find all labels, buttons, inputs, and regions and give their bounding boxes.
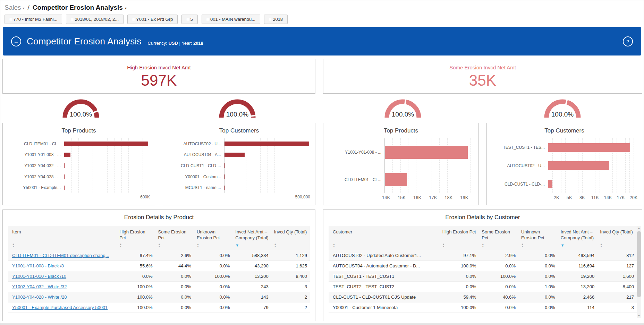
chart-bar[interactable] xyxy=(224,163,225,168)
column-header-item[interactable]: Item▲▼ xyxy=(8,226,117,250)
column-header-unknown-erosion-pct[interactable]: Unknown Erosion Pct▲▼ xyxy=(518,226,558,250)
chart-bar[interactable] xyxy=(224,153,245,157)
sort-icon[interactable]: ▲▼ xyxy=(274,243,307,248)
filter-chip[interactable]: = 5 xyxy=(181,15,197,24)
gauge-some-products[interactable]: 100.0% xyxy=(323,96,483,120)
column-header-unknown-erosion-pct[interactable]: Unknown Erosion Pct▲▼ xyxy=(194,226,232,250)
erosion-details-by-product-table: Erosion Details by ProductItem▲▼High Ero… xyxy=(2,209,315,321)
gauge-high-customers[interactable]: 100.0% xyxy=(159,96,315,120)
sort-icon[interactable]: ▲▼ xyxy=(12,243,114,248)
breadcrumb: Sales ▾ / Competitor Erosion Analysis ▾ xyxy=(0,0,644,11)
chart-bar[interactable] xyxy=(64,153,70,157)
sort-icon[interactable]: ▲▼ xyxy=(333,243,437,248)
item-cell: Y1001-Y01-008 - Black /8 xyxy=(8,261,117,271)
item-link[interactable]: Y1002-Y04-028 - White /28 xyxy=(12,294,67,300)
column-header-customer[interactable]: Customer▲▼ xyxy=(329,226,440,250)
column-header-some-erosion-pct[interactable]: Some Erosion Pct▲▼ xyxy=(155,226,194,250)
chart-category-label: CLD-CUST1 - CLD-... xyxy=(168,160,224,171)
customer-name-cell: TEST_CUST1 - TEST_CUST1 xyxy=(329,271,440,282)
scroll-up-icon[interactable]: ▲ xyxy=(637,226,641,230)
column-header-high-erosion-pct[interactable]: High Erosion Pct▲▼ xyxy=(440,226,479,250)
filter-chip[interactable]: = Y001 - Ex Prd Grp xyxy=(127,15,178,24)
sort-icon[interactable]: ▲▼ xyxy=(442,243,476,248)
item-link[interactable]: Y1001-Y01-010 - Black /10 xyxy=(12,274,66,279)
column-header-high-erosion-pct[interactable]: High Erosion Pct▲▼ xyxy=(117,226,155,250)
sort-icon[interactable]: ▲▼ xyxy=(158,243,191,248)
chart-bar-row xyxy=(224,182,310,193)
chart-bar[interactable] xyxy=(64,186,65,190)
table-scrollbar[interactable]: ▲ ▼ xyxy=(637,226,641,318)
scroll-down-icon[interactable]: ▼ xyxy=(637,314,641,318)
sort-desc-active-icon[interactable]: ▼ xyxy=(561,243,595,248)
value-cell: 40.6% xyxy=(479,292,518,302)
chart-category-labels: TEST_CUST1 - TES...AUTOCUST02 - U...CLD-… xyxy=(492,138,548,201)
gauge-high-products[interactable]: 100.0% xyxy=(2,96,159,120)
sort-icon[interactable]: ▲▼ xyxy=(482,243,516,248)
chart-bar-row xyxy=(64,160,150,171)
svg-text:100.0%: 100.0% xyxy=(392,111,414,118)
column-header-label: High Erosion Pct xyxy=(119,229,152,241)
sort-up-icon: ▲ xyxy=(442,243,476,245)
filter-chip[interactable]: = 2018/01, 2018/02, 2... xyxy=(66,15,124,24)
chart-bar[interactable] xyxy=(64,174,65,179)
sort-up-icon: ▲ xyxy=(521,243,555,245)
table-row: AUTOCUST04 - Automated Customer - D...10… xyxy=(329,261,637,271)
value-cell: 2 xyxy=(271,302,310,313)
breadcrumb-page[interactable]: Competitor Erosion Analysis ▾ xyxy=(33,4,127,11)
item-link[interactable]: Y1002-Y04-032 - White /32 xyxy=(12,284,67,289)
item-link[interactable]: Y1001-Y01-008 - Black /8 xyxy=(12,263,64,268)
value-cell: 59.4% xyxy=(440,292,479,302)
filter-chip[interactable]: = 770 - Infor M3 Fashi... xyxy=(5,15,62,24)
customer-name-cell: Y00001 - Customer 1 Minnesota xyxy=(329,302,440,313)
sort-up-icon: ▲ xyxy=(158,243,191,245)
breadcrumb-section[interactable]: Sales ▾ xyxy=(5,4,25,11)
item-link[interactable]: Y50001 - Example Purchased Accessory 500… xyxy=(12,305,108,310)
sort-icon[interactable]: ▲▼ xyxy=(119,243,152,248)
column-header-invcd-net-amt-company-total-[interactable]: Invcd Net Amt – Company (Total)▼ xyxy=(558,226,598,250)
chart-plot xyxy=(224,138,310,193)
value-cell: 0.0% xyxy=(117,271,155,282)
column-header-some-erosion-pct[interactable]: Some Erosion Pct▲▼ xyxy=(479,226,518,250)
item-cell: Y1001-Y01-010 - Black /10 xyxy=(8,271,117,282)
chart-bar[interactable] xyxy=(548,143,630,152)
some-erosion-kpi-card: Some Erosion Invcd Net Amt 35K xyxy=(323,59,642,94)
sort-up-icon: ▲ xyxy=(482,243,516,245)
gauge-some-customers[interactable]: 100.0% xyxy=(483,96,642,120)
sort-down-icon: ▼ xyxy=(119,245,152,248)
chart-bar[interactable] xyxy=(64,163,65,168)
dropdown-caret-icon: ▾ xyxy=(23,6,25,10)
chart-category-label: Y1002-Y04-028 - ... xyxy=(8,171,64,182)
chart-bar[interactable] xyxy=(224,142,309,146)
scrollbar-thumb[interactable] xyxy=(637,231,641,297)
sort-icon[interactable]: ▲▼ xyxy=(197,243,230,248)
column-header-invcd-qty-total-[interactable]: Invcd Qty (Total)▲▼ xyxy=(597,226,637,250)
chart-bar[interactable] xyxy=(224,174,225,179)
axis-tick-label: 8K xyxy=(579,195,585,200)
chart-bar[interactable] xyxy=(64,142,148,146)
item-link[interactable]: CLD-ITEM01 - CLD-ITEM01 description chan… xyxy=(12,253,109,258)
filter-chip[interactable]: = 2018 xyxy=(264,15,288,24)
chart-plot-area: 14K15K16K17K18K19K xyxy=(384,138,474,201)
filter-chip[interactable]: = 001 - MAIN warehou... xyxy=(202,15,260,24)
value-cell: 0.0% xyxy=(479,261,518,271)
chart-bar[interactable] xyxy=(385,146,468,159)
value-cell: 97.1% xyxy=(440,250,479,261)
chart-bar[interactable] xyxy=(385,173,407,186)
sort-icon[interactable]: ▲▼ xyxy=(521,243,555,248)
value-cell: 3 xyxy=(271,282,310,292)
sort-icon[interactable]: ▲▼ xyxy=(600,243,634,248)
chart-bar-row xyxy=(224,171,310,182)
chart-bar[interactable] xyxy=(224,186,225,190)
sort-desc-active-icon[interactable]: ▼ xyxy=(235,243,268,248)
help-button[interactable]: ? xyxy=(623,36,633,46)
value-cell: 0.0% xyxy=(440,271,479,282)
some-erosion-section: Some Erosion Invcd Net Amt 35K 100.0% 10… xyxy=(323,59,642,321)
column-header-invcd-qty-total-[interactable]: Invcd Qty (Total)▲▼ xyxy=(271,226,310,250)
back-button[interactable]: ← xyxy=(11,36,21,46)
value-cell: 116,694 xyxy=(558,261,598,271)
table-row: Y1002-Y04-028 - White /28100.0%0.0%0.0%1… xyxy=(8,292,310,302)
chart-bar[interactable] xyxy=(548,180,552,188)
axis-tick-label: 5K xyxy=(567,195,572,200)
chart-bar[interactable] xyxy=(548,161,609,170)
column-header-invcd-net-amt-company-total-[interactable]: Invcd Net Amt – Company (Total)▼ xyxy=(232,226,271,250)
